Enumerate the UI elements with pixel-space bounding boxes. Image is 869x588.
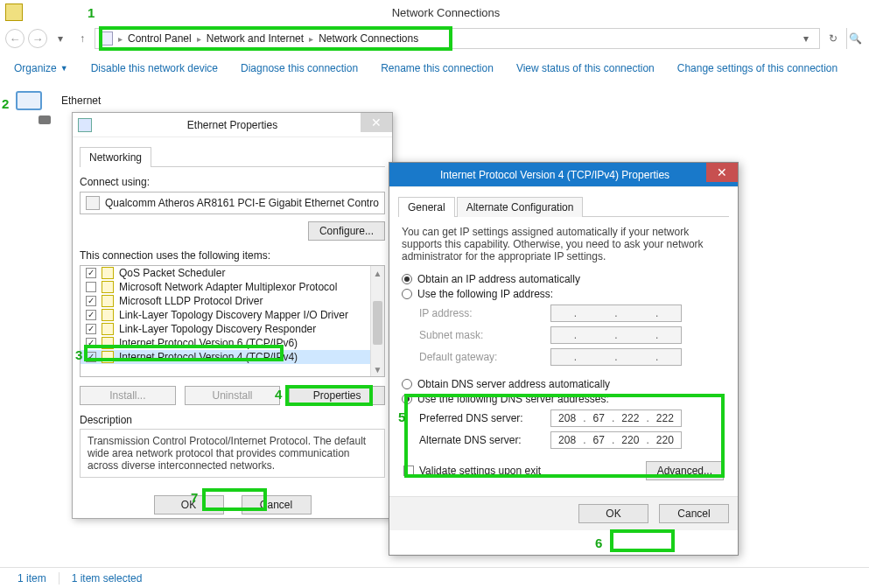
radio-icon [402,379,412,389]
breadcrumb-item[interactable]: Control Panel [128,32,192,45]
description-label: Description [80,414,385,426]
protocol-label: Link-Layer Topology Discovery Mapper I/O… [119,309,348,321]
dialog-titlebar: Ethernet Properties ✕ [73,113,392,137]
radio-label: Use the following IP address: [417,288,553,300]
checkbox-icon[interactable] [86,352,96,362]
connect-using-label: Connect using: [80,176,385,188]
adapter-name-text: Qualcomm Atheros AR8161 PCI-E Gigabit Et… [105,197,379,209]
validate-checkbox[interactable]: Validate settings upon exit [403,465,541,477]
items-label: This connection uses the following items… [80,249,385,262]
ipv4-properties-dialog: Internet Protocol Version 4 (TCP/IPv4) P… [389,162,739,556]
properties-button[interactable]: Properties [289,386,385,405]
advanced-button[interactable]: Advanced... [646,461,724,480]
checkbox-icon[interactable] [86,282,96,292]
back-button[interactable]: ← [5,29,25,48]
addressbar-dropdown[interactable]: ▾ [796,29,816,48]
breadcrumb-item[interactable]: Network and Internet [207,32,304,45]
protocol-label: Internet Protocol Version 6 (TCP/IPv6) [119,337,298,349]
protocol-row[interactable]: Internet Protocol Version 6 (TCP/IPv6) [81,336,384,350]
checkbox-icon[interactable] [86,324,96,334]
close-button[interactable]: ✕ [361,113,392,132]
install-button[interactable]: Install... [80,386,176,405]
checkbox-icon[interactable] [86,310,96,320]
configure-button[interactable]: Configure... [308,221,385,241]
protocol-list[interactable]: QoS Packet SchedulerMicrosoft Network Ad… [80,265,385,377]
organize-label: Organize [14,62,57,74]
protocol-icon [102,351,114,363]
radio-ip-auto[interactable]: Obtain an IP address automatically [402,273,725,285]
forward-button[interactable]: → [28,29,47,48]
radio-label: Use the following DNS server addresses: [417,393,609,405]
breadcrumb: ▸ Control Panel ▸ Network and Internet ▸… [95,28,820,49]
radio-dns-manual[interactable]: Use the following DNS server addresses: [402,393,725,405]
protocol-row[interactable]: QoS Packet Scheduler [81,266,384,280]
cancel-button[interactable]: Cancel [242,495,312,514]
dialog-titlebar: Internet Protocol Version 4 (TCP/IPv4) P… [389,163,738,187]
subnet-label: Subnet mask: [419,329,550,341]
breadcrumb-item[interactable]: Network Connections [319,32,418,45]
chevron-right-icon: ▸ [118,34,123,44]
protocol-row[interactable]: Internet Protocol Version 4 (TCP/IPv4) [81,350,384,364]
tab-alternate[interactable]: Alternate Configuration [457,197,584,217]
scrollbar[interactable]: ▲ ▼ [370,266,384,376]
alt-dns-field[interactable]: 208. 67. 220. 220 [550,431,682,449]
scroll-down-icon[interactable]: ▼ [371,362,384,376]
diagnose-link[interactable]: Diagnose this connection [241,62,358,74]
tab-strip: Networking [80,146,385,167]
up-button[interactable]: ↑ [74,30,91,47]
subnet-field: ... [550,326,682,344]
scroll-up-icon[interactable]: ▲ [371,266,384,280]
selected-count: 1 item selected [72,572,143,584]
protocol-icon [102,295,114,307]
item-count: 1 item [18,572,46,584]
ip-address-label: IP address: [419,307,550,319]
rename-link[interactable]: Rename this connection [381,62,494,74]
cancel-button[interactable]: Cancel [659,504,729,523]
protocol-icon [102,309,114,321]
checkbox-icon [403,466,414,476]
gateway-field: ... [550,348,682,366]
refresh-button[interactable]: ↻ [823,29,843,48]
separator [59,572,60,584]
address-bar: ← → ▾ ↑ ▸ Control Panel ▸ Network and In… [0,24,869,52]
radio-ip-manual[interactable]: Use the following IP address: [402,288,725,300]
checkbox-icon[interactable] [86,268,96,278]
command-bar: Organize ▼ Disable this network device D… [0,52,869,84]
radio-dns-auto[interactable]: Obtain DNS server address automatically [402,378,725,390]
tab-general[interactable]: General [398,197,455,217]
ok-button[interactable]: OK [578,504,648,523]
disable-device-link[interactable]: Disable this network device [91,62,218,74]
adapter-field: Qualcomm Atheros AR8161 PCI-E Gigabit Et… [80,192,385,214]
search-icon[interactable]: 🔍 [846,28,864,49]
chevron-down-icon: ▼ [60,64,68,73]
protocol-row[interactable]: Microsoft LLDP Protocol Driver [81,294,384,308]
uninstall-button[interactable]: Uninstall [185,386,281,405]
chevron-right-icon: ▸ [309,34,313,44]
protocol-row[interactable]: Link-Layer Topology Discovery Mapper I/O… [81,308,384,322]
protocol-label: QoS Packet Scheduler [119,267,225,279]
close-button[interactable]: ✕ [706,163,738,182]
dialog-title: Internet Protocol Version 4 (TCP/IPv4) P… [389,169,738,181]
pref-dns-field[interactable]: 208. 67. 222. 222 [550,410,682,427]
protocol-icon [102,281,114,293]
radio-icon [402,289,412,299]
protocol-label: Link-Layer Topology Discovery Responder [119,323,316,335]
history-dropdown[interactable]: ▾ [51,29,70,48]
organize-menu[interactable]: Organize ▼ [14,62,68,74]
ok-button[interactable]: OK [154,495,224,514]
protocol-label: Microsoft LLDP Protocol Driver [119,295,263,307]
scroll-thumb[interactable] [373,301,382,345]
checkbox-icon[interactable] [86,296,96,306]
tab-networking[interactable]: Networking [80,147,151,167]
change-settings-link[interactable]: Change settings of this connection [677,62,837,74]
protocol-label: Microsoft Network Adapter Multiplexor Pr… [119,281,337,293]
window-title: Network Connections [23,6,869,19]
description-text: Transmission Control Protocol/Internet P… [80,429,385,478]
alt-dns-label: Alternate DNS server: [419,434,550,446]
view-status-link[interactable]: View status of this connection [516,62,655,74]
protocol-row[interactable]: Link-Layer Topology Discovery Responder [81,322,384,336]
protocol-row[interactable]: Microsoft Network Adapter Multiplexor Pr… [81,280,384,294]
checkbox-icon[interactable] [86,338,96,348]
protocol-icon [102,267,114,279]
status-bar: 1 item 1 item selected [0,567,869,588]
